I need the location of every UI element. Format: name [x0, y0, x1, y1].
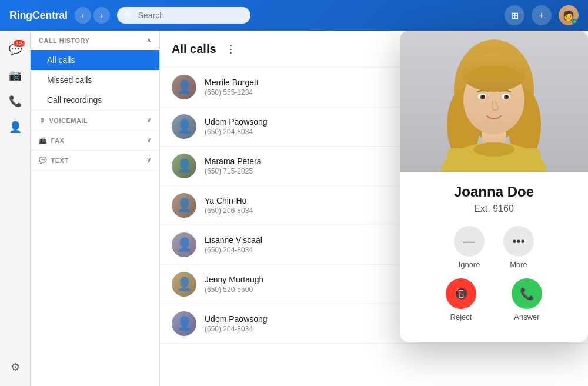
- svg-point-8: [473, 142, 514, 157]
- sidebar: CALL HISTORY ∧ All calls Missed calls Ca…: [31, 31, 160, 386]
- call-history-header[interactable]: CALL HISTORY ∧: [31, 31, 159, 50]
- call-avatar: 👤: [172, 272, 196, 297]
- sidebar-item-all-calls[interactable]: All calls: [31, 50, 159, 70]
- icon-bar: 💬 12 📷 📞 👤 ⚙: [0, 31, 31, 386]
- more-label: More: [510, 260, 527, 269]
- secondary-actions-row: — Ignore ••• More: [412, 226, 576, 269]
- reject-label: Reject: [450, 312, 472, 321]
- incoming-call-card: Joanna Doe Ext. 9160 — Ignore ••• More 📵…: [400, 31, 588, 342]
- ignore-label: Ignore: [459, 260, 480, 269]
- incoming-info: Joanna Doe Ext. 9160 — Ignore ••• More 📵…: [400, 172, 588, 342]
- sidebar-item-call-recordings[interactable]: Call recordings: [31, 90, 159, 110]
- call-avatar: 👤: [172, 193, 196, 218]
- icon-bar-bottom: ⚙: [4, 355, 27, 379]
- back-button[interactable]: ‹: [75, 7, 91, 24]
- svg-point-14: [482, 95, 485, 98]
- call-avatar: 👤: [172, 114, 196, 139]
- topbar-right: ⊞ + 🧑: [505, 5, 579, 25]
- text-chevron: ∨: [146, 157, 152, 164]
- fax-header[interactable]: 📠 FAX ∨: [31, 131, 159, 150]
- fax-section: 📠 FAX ∨: [31, 131, 159, 151]
- online-indicator: [572, 19, 578, 25]
- more-group: ••• More: [503, 226, 534, 269]
- text-icon: 💬: [39, 157, 48, 164]
- reject-group: 📵 Reject: [446, 278, 476, 321]
- call-history-section: CALL HISTORY ∧ All calls Missed calls Ca…: [31, 31, 159, 111]
- icon-bar-video[interactable]: 📷: [4, 64, 27, 87]
- call-avatar: 👤: [172, 311, 196, 336]
- voicemail-icon: 🎙: [39, 117, 46, 124]
- content-menu-button[interactable]: ⋮: [223, 40, 239, 58]
- page-title: All calls: [172, 42, 216, 56]
- fax-label: FAX: [51, 137, 146, 144]
- answer-group: 📞 Answer: [512, 278, 542, 321]
- voicemail-chevron: ∨: [146, 117, 152, 124]
- messages-badge: 12: [14, 40, 24, 47]
- caller-name: Joanna Doe: [412, 184, 576, 200]
- svg-point-15: [506, 95, 508, 98]
- apps-button[interactable]: ⊞: [505, 5, 524, 25]
- user-avatar[interactable]: 🧑: [559, 5, 579, 25]
- caller-extension: Ext. 9160: [412, 204, 576, 214]
- icon-bar-phone[interactable]: 📞: [4, 89, 27, 113]
- text-label: TEXT: [51, 157, 146, 164]
- text-header[interactable]: 💬 TEXT ∨: [31, 151, 159, 170]
- ignore-button[interactable]: —: [454, 226, 485, 257]
- fax-chevron: ∨: [146, 137, 152, 144]
- topbar: RingCentral ‹ › 🔍 ⊞ + 🧑: [0, 0, 588, 31]
- ignore-group: — Ignore: [454, 226, 485, 269]
- sidebar-item-missed-calls[interactable]: Missed calls: [31, 70, 159, 90]
- call-avatar: 👤: [172, 154, 196, 178]
- forward-button[interactable]: ›: [93, 7, 110, 24]
- call-history-label: CALL HISTORY: [39, 37, 89, 44]
- add-button[interactable]: +: [532, 5, 552, 25]
- call-history-chevron: ∧: [146, 36, 152, 44]
- call-avatar: 👤: [172, 232, 196, 257]
- icon-bar-settings[interactable]: ⚙: [4, 355, 27, 379]
- search-input[interactable]: [117, 7, 250, 24]
- text-section: 💬 TEXT ∨: [31, 151, 159, 171]
- more-button[interactable]: •••: [503, 226, 534, 257]
- caller-photo: [400, 31, 588, 172]
- nav-buttons: ‹ ›: [75, 7, 110, 24]
- primary-actions-row: 📵 Reject 📞 Answer: [412, 278, 576, 331]
- reject-button[interactable]: 📵: [446, 278, 476, 309]
- search-wrapper: 🔍: [117, 7, 376, 24]
- voicemail-section: 🎙 VOICEMAIL ∨: [31, 111, 159, 131]
- answer-label: Answer: [514, 312, 539, 321]
- call-avatar: 👤: [172, 75, 196, 99]
- answer-button[interactable]: 📞: [512, 278, 542, 309]
- icon-bar-contacts[interactable]: 👤: [4, 115, 27, 139]
- fax-icon: 📠: [39, 137, 48, 144]
- voicemail-header[interactable]: 🎙 VOICEMAIL ∨: [31, 111, 159, 130]
- voicemail-label: VOICEMAIL: [49, 117, 146, 124]
- icon-bar-messages[interactable]: 💬 12: [4, 38, 27, 61]
- app-logo: RingCentral: [9, 9, 68, 22]
